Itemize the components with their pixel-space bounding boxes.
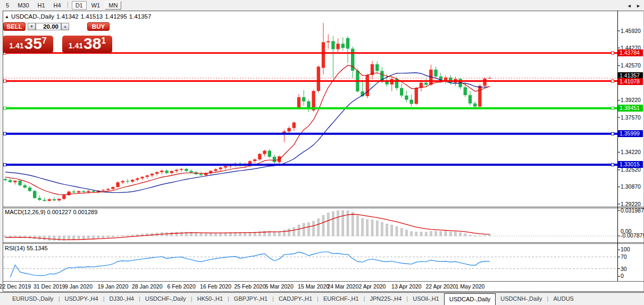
price-tick-label: 1.30870 xyxy=(621,183,641,190)
date-tick-label: 9 Jan 2020 xyxy=(65,283,93,290)
chart-tab-usdchf-daily[interactable]: USDCHF-,Daily xyxy=(140,293,191,305)
buy-price-digits: 38 xyxy=(83,37,101,50)
one-click-trading-panel: SELL ▼ ▲ BUY 1.41 35 7 1.41 38 1 xyxy=(3,22,112,53)
buy-button[interactable]: BUY xyxy=(87,22,110,31)
collapse-panel-icon[interactable]: ▲ xyxy=(5,14,9,19)
chart-tab-dj30-h4[interactable]: DJ30-,H4 xyxy=(105,293,139,305)
chart-tab-cadjpy-h1[interactable]: CADJPY-,H1 xyxy=(274,293,317,305)
rsi-axis-label: 30 xyxy=(621,266,627,272)
rsi-axis-label: 100 xyxy=(621,246,630,252)
date-tick-label: 16 Feb 2020 xyxy=(200,283,231,290)
date-tick-label: 22 Apr 2020 xyxy=(425,283,456,290)
chart-tab-usdjpy-h4[interactable]: USDJPY-,H4 xyxy=(60,293,103,305)
date-tick-label: 24 Mar 2020 xyxy=(327,283,358,290)
rsi-axis-label: 70 xyxy=(621,253,627,260)
date-tick-label: 28 Jan 2020 xyxy=(132,283,163,290)
date-tick-label: 5 Mar 2020 xyxy=(265,283,294,290)
price-badge: 1.35999 xyxy=(618,130,643,137)
chart-tab-audus[interactable]: AUDUS xyxy=(548,293,579,305)
chart-title: ▲USDCAD-,Daily1.413421.415131.412951.413… xyxy=(5,13,153,20)
chart-tab-eurusd-daily[interactable]: EURUSD-,Daily xyxy=(7,293,58,305)
chart-tab-eurchf-h1[interactable]: EURCHF-,H1 xyxy=(319,293,364,305)
ohlc-high: 1.41513 xyxy=(81,13,103,20)
chart-tab-hk50-h1[interactable]: HK50-,H1 xyxy=(193,293,228,305)
price-badge: 1.43784 xyxy=(618,49,643,56)
trade-prices-row: 1.41 35 7 1.41 38 1 xyxy=(3,36,112,53)
price-tick-label: 1.39220 xyxy=(621,97,641,103)
buy-price-prefix: 1.41 xyxy=(69,42,83,49)
macd-axis-label: -0.007879 xyxy=(621,232,644,239)
chart-tab-gbpjpy-h1[interactable]: GBPJPY-,H1 xyxy=(229,293,272,305)
date-tick-label: 19 Jan 2020 xyxy=(97,283,128,290)
price-badge: 1.38451 xyxy=(618,105,643,112)
volume-input[interactable] xyxy=(36,23,61,30)
price-tick-label: 1.37570 xyxy=(621,114,641,121)
price-tick-label: 1.29220 xyxy=(621,201,641,207)
date-tick-label: 6 Feb 2020 xyxy=(168,283,196,290)
chart-tab-jpn225-h4[interactable]: JPN225-,H4 xyxy=(365,293,406,305)
rsi-indicator-label: RSI(14) 55.1345 xyxy=(5,245,48,251)
ohlc-close: 1.41357 xyxy=(129,13,152,20)
sell-price-digits: 35 xyxy=(24,37,41,50)
macd-axis-label: 0.031987 xyxy=(621,207,644,214)
buy-price-button[interactable]: 1.41 38 1 xyxy=(62,36,112,53)
price-tick-label: 1.42570 xyxy=(621,62,641,69)
date-tick-label: 31 Dec 2019 xyxy=(34,283,65,290)
date-tick-label: 15 Mar 2020 xyxy=(298,283,329,290)
trade-controls-row: SELL ▼ ▲ BUY xyxy=(3,22,112,31)
sell-price-pip: 7 xyxy=(42,36,47,46)
volume-increase-button[interactable]: ▲ xyxy=(61,23,69,30)
date-tick-label: 25 Feb 2020 xyxy=(235,283,266,290)
date-tick-label: 1 May 2020 xyxy=(456,283,485,290)
sell-button[interactable]: SELL xyxy=(3,22,26,31)
mt4-terminal: 5M30H1H4D1W1MN ▲USDCAD-,Daily1.413421.41… xyxy=(0,0,644,305)
ohlc-open: 1.41342 xyxy=(56,13,79,20)
price-badge: 1.41078 xyxy=(618,78,643,85)
sell-price-button[interactable]: 1.41 35 7 xyxy=(3,36,53,53)
price-tick-label: 1.34220 xyxy=(621,149,641,155)
ohlc-low: 1.41295 xyxy=(105,13,127,20)
rsi-axis-label: 0 xyxy=(621,273,624,279)
macd-indicator-label: MACD(12,26,9) 0.001227 0.001289 xyxy=(5,209,97,215)
date-tick-label: 13 Apr 2020 xyxy=(391,283,422,290)
chart-symbol-label: USDCAD-,Daily xyxy=(11,13,54,20)
chart-tab-bar: EURUSD-,Daily|USDJPY-,H4|DJ30-,H4|USDCHF… xyxy=(0,292,644,305)
date-tick-label: 2 Apr 2020 xyxy=(359,283,386,290)
chart-tab-usoil-h1[interactable]: USOil-,H1 xyxy=(408,293,444,305)
price-badge: 1.33015 xyxy=(618,161,643,168)
chart-tab-usdcnh-daily[interactable]: USDCNH-,Daily xyxy=(496,293,547,305)
date-tick-label: 22 Dec 2019 xyxy=(0,283,31,290)
sell-price-prefix: 1.41 xyxy=(9,42,23,49)
volume-decrease-button[interactable]: ▼ xyxy=(28,23,36,30)
chart-tab-usdcad-daily[interactable]: USDCAD-,Daily xyxy=(444,293,496,305)
buy-price-pip: 1 xyxy=(101,36,106,46)
tab-scroll-arrows[interactable]: ◄ ► xyxy=(627,3,642,9)
price-tick-label: 1.45920 xyxy=(621,28,641,34)
